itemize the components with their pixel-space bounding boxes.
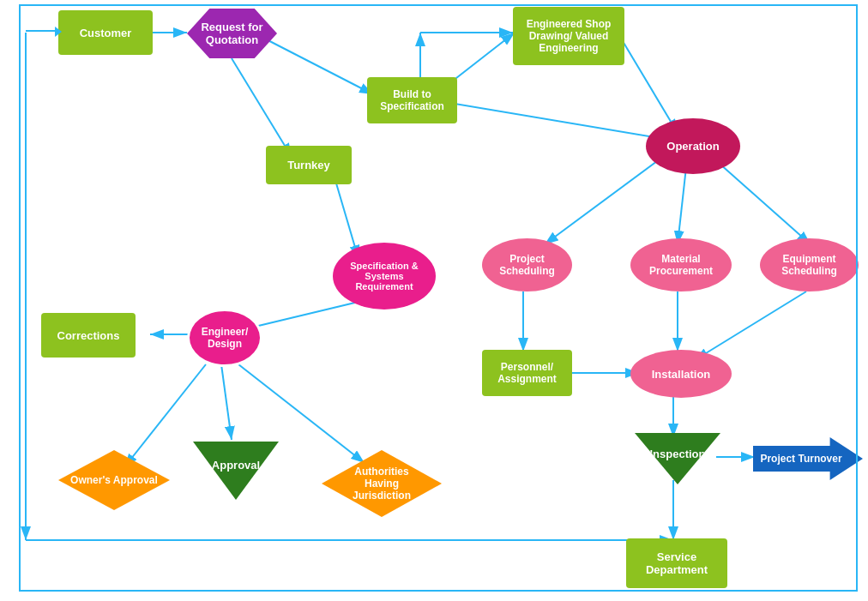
build-spec-label: Build to Specification [380,88,444,112]
personnel-assignment-label: Personnel/ Assignment [497,361,557,385]
svg-line-6 [429,99,669,140]
authorities-node: Authorities Having Jurisdiction [322,450,442,517]
customer-label: Customer [80,27,132,39]
customer-node: Customer [58,10,153,55]
svg-line-13 [545,159,660,244]
request-quotation-label: Request for Quotation [201,21,262,46]
inspection-label: Inspection [649,448,705,460]
svg-line-18 [695,291,806,360]
personnel-assignment-node: Personnel/ Assignment [482,350,572,396]
equipment-scheduling-label: Equipment Scheduling [781,253,837,277]
installation-node: Installation [630,350,732,398]
engineered-shop-label: Engineered Shop Drawing/ Valued Engineer… [527,18,612,54]
svg-line-10 [124,364,206,467]
engineered-shop-node: Engineered Shop Drawing/ Valued Engineer… [513,7,624,65]
engineer-design-label: Engineer/ Design [202,326,249,350]
material-procurement-label: Material Procurement [649,253,713,277]
approval-node: Approval [193,442,279,500]
service-department-node: Service Department [626,538,727,588]
project-scheduling-label: Project Scheduling [499,253,555,277]
corrections-node: Corrections [41,313,136,358]
corrections-label: Corrections [57,329,120,342]
svg-line-15 [712,157,811,244]
left-entry-arrow [26,30,58,32]
owners-approval-label: Owner's Approval [70,474,158,486]
engineer-design-node: Engineer/ Design [187,309,262,367]
spec-systems-label: Specification & Systems Requirement [350,261,418,291]
inspection-node: Inspection [635,433,720,484]
material-procurement-node: Material Procurement [630,238,732,291]
authorities-label: Authorities Having Jurisdiction [353,466,411,502]
operation-node: Operation [646,118,740,174]
operation-label: Operation [666,140,719,153]
installation-label: Installation [652,368,711,381]
svg-line-7 [335,177,359,259]
project-turnover-node: Project Turnover [753,437,863,480]
flowchart-diagram: Customer Request for Quotation Engineere… [0,0,868,601]
svg-line-11 [221,364,232,440]
svg-line-5 [618,33,678,133]
left-entry-arrowhead [55,27,62,37]
svg-line-3 [232,58,292,157]
turnkey-label: Turnkey [287,159,330,171]
approval-label: Approval [212,459,260,472]
service-department-label: Service Department [646,550,708,576]
project-scheduling-node: Project Scheduling [482,238,572,291]
build-spec-node: Build to Specification [367,77,457,123]
svg-line-2 [253,33,373,94]
svg-line-14 [678,167,686,244]
request-quotation-node: Request for Quotation [187,9,277,58]
turnkey-node: Turnkey [266,146,352,184]
owners-approval-node: Owner's Approval [58,450,170,510]
equipment-scheduling-node: Equipment Scheduling [760,238,859,291]
project-turnover-label: Project Turnover [760,453,855,465]
spec-systems-node: Specification & Systems Requirement [333,243,436,310]
